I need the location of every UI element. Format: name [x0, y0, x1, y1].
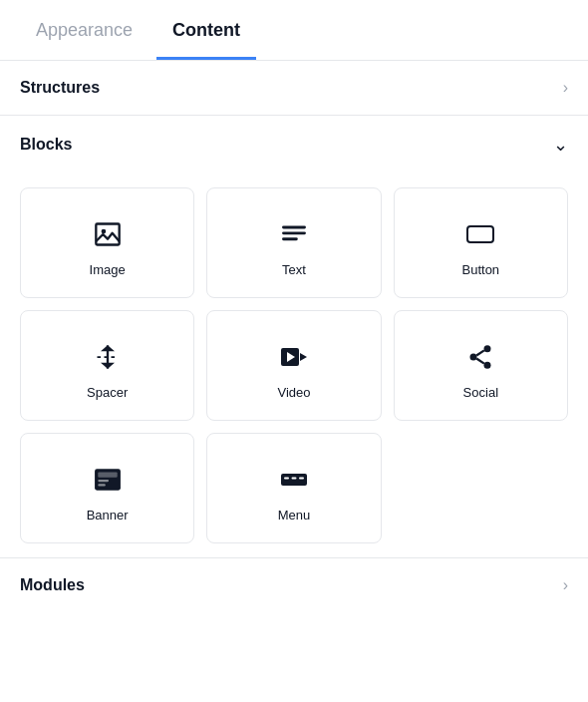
- svg-rect-20: [281, 474, 307, 486]
- block-card-button[interactable]: Button: [394, 187, 568, 298]
- block-card-social[interactable]: Social: [394, 310, 568, 421]
- block-label-spacer: Spacer: [87, 385, 128, 400]
- blocks-row[interactable]: Blocks ⌄: [0, 116, 588, 174]
- block-card-text[interactable]: Text: [206, 187, 381, 298]
- text-icon: [276, 216, 312, 252]
- tab-appearance[interactable]: Appearance: [20, 0, 148, 60]
- block-card-image[interactable]: Image: [20, 187, 194, 298]
- svg-point-12: [470, 354, 477, 361]
- structures-chevron-icon: ›: [563, 79, 568, 97]
- svg-rect-17: [98, 472, 117, 477]
- block-card-menu[interactable]: Menu: [206, 433, 381, 543]
- menu-icon: [276, 462, 312, 498]
- modules-label: Modules: [20, 576, 85, 594]
- block-label-menu: Menu: [278, 508, 311, 523]
- svg-rect-19: [98, 484, 106, 486]
- blocks-label: Blocks: [20, 136, 72, 154]
- button-icon: [462, 216, 498, 252]
- block-card-spacer[interactable]: Spacer: [20, 310, 194, 421]
- svg-point-13: [484, 362, 491, 369]
- spacer-icon: [90, 339, 126, 375]
- block-label-button: Button: [462, 262, 500, 277]
- blocks-grid: Image Text Button: [20, 187, 568, 543]
- structures-row[interactable]: Structures ›: [0, 61, 588, 116]
- block-card-banner[interactable]: Banner: [20, 433, 194, 543]
- svg-line-14: [476, 350, 484, 355]
- video-icon: [276, 339, 312, 375]
- svg-rect-18: [98, 480, 109, 482]
- svg-line-15: [476, 359, 484, 364]
- tab-content[interactable]: Content: [156, 0, 256, 60]
- social-icon: [462, 339, 498, 375]
- svg-point-11: [484, 345, 491, 352]
- svg-point-1: [101, 229, 106, 234]
- svg-rect-21: [284, 478, 289, 480]
- tabs-bar: Appearance Content: [0, 0, 588, 61]
- modules-row[interactable]: Modules ›: [0, 557, 588, 612]
- svg-marker-9: [300, 353, 307, 361]
- banner-icon: [90, 462, 126, 498]
- svg-rect-22: [291, 478, 296, 480]
- block-label-image: Image: [90, 262, 126, 277]
- image-icon: [90, 216, 126, 252]
- blocks-grid-container: Image Text Button: [0, 174, 588, 553]
- svg-rect-0: [96, 224, 119, 245]
- modules-chevron-icon: ›: [563, 576, 568, 594]
- block-label-social: Social: [463, 385, 498, 400]
- block-card-video[interactable]: Video: [206, 310, 381, 421]
- structures-label: Structures: [20, 79, 100, 97]
- block-label-text: Text: [282, 262, 306, 277]
- svg-rect-5: [467, 226, 493, 242]
- svg-rect-23: [299, 478, 304, 480]
- block-label-banner: Banner: [87, 508, 129, 523]
- blocks-chevron-icon: ⌄: [553, 134, 568, 156]
- block-label-video: Video: [277, 385, 310, 400]
